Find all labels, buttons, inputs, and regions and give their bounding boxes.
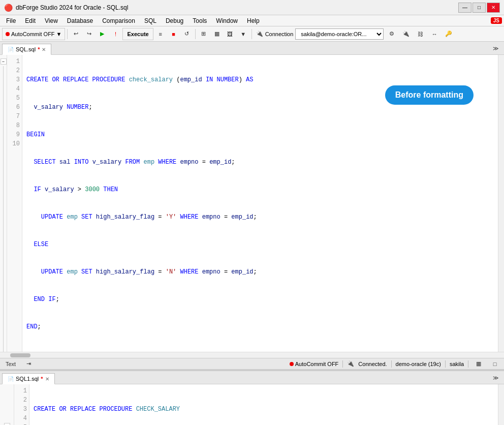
toolbar-undo-button[interactable]: ↩ — [70, 28, 82, 40]
toolbar-exclaim-button[interactable]: ! — [109, 28, 121, 40]
line-num-9: 9 — [7, 130, 22, 139]
top-square-btn[interactable]: □ — [489, 358, 501, 370]
line-num-4: 4 — [7, 84, 22, 94]
code-line-9: END IF; — [26, 295, 494, 304]
toolbar-image-btn[interactable]: 🖼 — [224, 28, 236, 40]
top-tab-sql[interactable]: 📄 SQL.sql * ✕ — [2, 44, 51, 55]
top-status-bar: Text ⇥ AutoCommit OFF 🔌 Connected. demo-… — [0, 358, 504, 369]
top-line-numbers: 1 2 3 4 5 6 7 8 9 10 — [7, 55, 22, 352]
code-line-5: IF v_salary > 3000 THEN — [26, 185, 494, 194]
menu-tools[interactable]: Tools — [188, 16, 211, 25]
toolbar-stop-button[interactable]: ■ — [168, 28, 180, 40]
top-status-sep1 — [342, 360, 343, 368]
connection-btn4[interactable]: ↔ — [428, 28, 440, 40]
top-user-label: sakila — [450, 361, 464, 367]
grid1-icon: ⊞ — [201, 31, 206, 37]
execute-button[interactable]: Execute — [122, 28, 153, 40]
image-icon: 🖼 — [227, 31, 233, 37]
fold-spacer-4 — [0, 414, 14, 423]
bottom-panel-menu-btn[interactable]: ≫ — [490, 372, 502, 384]
plug-icon: 🔌 — [402, 31, 410, 37]
bottom-tab-modified: * — [41, 376, 43, 382]
top-grid-btn[interactable]: ▦ — [472, 358, 485, 370]
line-num-6: 6 — [7, 103, 22, 112]
fold-btn-b1[interactable]: − — [4, 423, 10, 425]
undo-icon: ↩ — [74, 31, 78, 37]
connection-btn2[interactable]: 🔌 — [400, 28, 412, 40]
code-line-4: SELECT sal INTO v_salary FROM emp WHERE … — [26, 158, 494, 167]
toolbar-grid-btn2[interactable]: ▦ — [211, 28, 223, 40]
bottom-fold-column: − − − − — [0, 384, 14, 425]
maximize-button[interactable]: □ — [472, 3, 486, 13]
close-button[interactable]: ✕ — [487, 3, 500, 13]
bottom-code-area[interactable]: CREATE OR REPLACE PROCEDURE CHECK_SALARY… — [29, 384, 498, 425]
menu-database[interactable]: Database — [63, 16, 97, 25]
top-text-label: Text — [6, 361, 16, 367]
autocommit-button[interactable]: AutoCommit OFF ▼ — [2, 28, 65, 40]
fold-spacer-3 — [0, 405, 14, 414]
connection-btn5[interactable]: 🔑 — [443, 28, 455, 40]
top-status-sep4 — [468, 360, 468, 368]
autocommit-label: AutoCommit OFF — [11, 31, 55, 37]
top-editor-body: − 1 2 3 4 5 6 7 8 9 10 CREATE OR REPLACE… — [0, 55, 504, 352]
redo-icon: ↪ — [87, 31, 91, 37]
menu-window[interactable]: Window — [212, 16, 242, 25]
execute-label: Execute — [127, 31, 148, 37]
code-line-3: BEGIN — [26, 130, 494, 139]
top-tab-close[interactable]: ✕ — [42, 47, 46, 52]
refresh-icon: ↺ — [184, 31, 189, 37]
line-num-3: 3 — [7, 75, 22, 84]
bottom-vscrollbar[interactable] — [498, 384, 504, 425]
toolbar-list-button[interactable]: ≡ — [154, 28, 167, 40]
top-vscrollbar[interactable] — [498, 55, 504, 352]
menu-edit[interactable]: Edit — [21, 16, 40, 25]
connection-dropdown[interactable]: sakila@demo-oracle:OR... — [295, 28, 384, 40]
top-hscrollbar[interactable] — [0, 352, 504, 358]
top-autocommit-dot: AutoCommit OFF — [290, 361, 339, 367]
app-icon: 🔴 — [4, 4, 13, 12]
toolbar-more-btn[interactable]: ▼ — [237, 28, 249, 40]
line-num-5: 5 — [7, 94, 22, 103]
code-line-6: UPDATE emp SET high_salary_flag = 'Y' WH… — [26, 212, 494, 222]
bottom-tab-close[interactable]: ✕ — [45, 376, 49, 382]
connection-settings-btn[interactable]: ⚙ — [386, 28, 398, 40]
toolbar-grid-btn1[interactable]: ⊞ — [198, 28, 210, 40]
minimize-button[interactable]: — — [458, 3, 471, 13]
main-toolbar: AutoCommit OFF ▼ ↩ ↪ ▶ ! Execute ≡ ■ ↺ ⊞… — [0, 26, 504, 42]
top-status-text-btn[interactable]: Text — [3, 358, 18, 370]
autocommit-dropdown-icon: ▼ — [56, 31, 62, 37]
top-hscroll-thumb[interactable] — [10, 353, 30, 357]
top-panel-menu-btn[interactable]: ≫ — [490, 42, 502, 54]
bline-3: 3 — [14, 405, 29, 414]
menu-sql[interactable]: SQL — [140, 16, 161, 25]
menu-view[interactable]: View — [41, 16, 62, 25]
line-num-1: 1 — [7, 57, 22, 66]
connection-btn3[interactable]: ⛓ — [414, 28, 426, 40]
bottom-tab-bar: 📄 SQL1.sql * ✕ ≫ — [0, 371, 504, 384]
js-badge: JS — [491, 17, 502, 24]
toolbar-redo-button[interactable]: ↪ — [83, 28, 95, 40]
top-tab-icon: 📄 — [8, 47, 14, 52]
menu-help[interactable]: Help — [243, 16, 264, 25]
top-status-right: AutoCommit OFF 🔌 Connected. demo-oracle … — [290, 358, 501, 370]
exclaim-icon: ! — [115, 31, 116, 37]
menu-file[interactable]: File — [2, 16, 20, 25]
toolbar-run-button[interactable]: ▶ — [96, 28, 108, 40]
top-fold-column: − — [0, 55, 7, 352]
toolbar-refresh-button[interactable]: ↺ — [181, 28, 193, 40]
toolbar-sep-1 — [67, 29, 68, 39]
connection-plug-icon: 🔌 — [256, 31, 263, 37]
top-status-indent-btn[interactable]: ⇥ — [22, 358, 35, 370]
menu-debug[interactable]: Debug — [162, 16, 187, 25]
line-num-8: 8 — [7, 121, 22, 130]
grid2-icon: ▦ — [214, 31, 219, 37]
line-num-10: 10 — [7, 139, 22, 148]
fold-btn-1[interactable]: − — [1, 58, 7, 65]
fold-line-1 — [3, 66, 4, 352]
run-icon: ▶ — [100, 31, 104, 37]
bottom-tab-sql1[interactable]: 📄 SQL1.sql * ✕ — [2, 373, 55, 384]
indent-icon: ⇥ — [26, 360, 31, 367]
top-autocommit-indicator — [290, 362, 294, 366]
title-bar-left: 🔴 dbForge Studio 2024 for Oracle - SQL.s… — [4, 4, 128, 12]
menu-comparison[interactable]: Comparison — [98, 16, 139, 25]
